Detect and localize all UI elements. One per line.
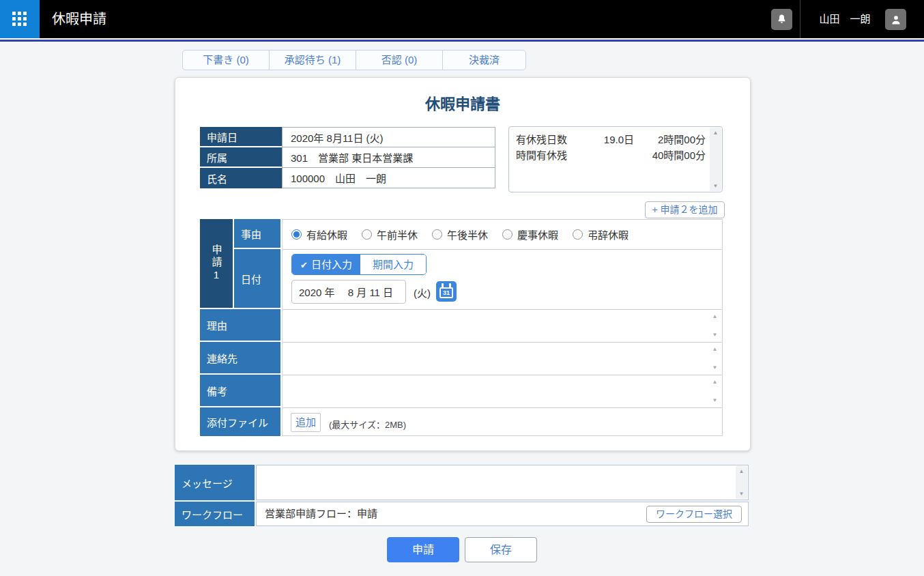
- status-tabbar: 下書き (0) 承認待ち (1) 否認 (0) 決裁済: [182, 50, 526, 70]
- attachment-add-button[interactable]: 追加: [291, 413, 321, 432]
- department-value: 301 営業部 東日本営業課: [282, 147, 495, 168]
- reason-label: 事由: [234, 219, 280, 248]
- scroll-down-icon[interactable]: ▼: [712, 397, 718, 403]
- workflow-row: 営業部申請フロー：申請 ワークフロー選択: [256, 502, 749, 526]
- balance-hours-value: 2時間00分: [634, 132, 706, 147]
- table-row: 所属 301 営業部 東日本営業課: [200, 147, 495, 168]
- leave-request-card: 休暇申請書 申請日 2020年 8月11日 (火) 所属 301 営業部 東日本…: [175, 77, 751, 451]
- action-buttons: 申請 保存: [0, 537, 924, 562]
- attachment-label: 添付ファイル: [200, 407, 280, 436]
- radio-label: 有給休暇: [306, 227, 347, 242]
- scroll-down-icon[interactable]: ▼: [712, 332, 718, 338]
- tab-period-input[interactable]: 期間入力: [360, 255, 426, 274]
- scroll-up-icon[interactable]: ▲: [712, 313, 718, 319]
- hourly-balance-label: 時間有休残: [516, 147, 586, 163]
- leave-balance-rows: 有休残日数 19.0日 2時間00分 時間有休残 40時間00分: [516, 132, 706, 163]
- radio-icon: [432, 229, 442, 240]
- radio-paid-leave[interactable]: 有給休暇: [291, 227, 347, 242]
- why-textarea[interactable]: [283, 310, 709, 341]
- radio-icon: [362, 229, 372, 240]
- scroll-up-icon[interactable]: ▲: [739, 468, 745, 474]
- check-icon: ✔: [300, 260, 308, 270]
- user-profile-button[interactable]: [885, 9, 906, 30]
- tab-approved[interactable]: 決裁済: [442, 51, 525, 70]
- radio-celebration-leave[interactable]: 慶事休暇: [502, 227, 558, 242]
- table-row: 申請日 2020年 8月11日 (火): [200, 127, 495, 147]
- app-header: 休暇申請 山田 一朗: [0, 0, 924, 38]
- remarks-textarea[interactable]: [283, 375, 709, 407]
- leave-balance-panel: 有休残日数 19.0日 2時間00分 時間有休残 40時間00分 ▲ ▼: [508, 126, 723, 192]
- tab-date-input[interactable]: ✔日付入力: [292, 255, 360, 274]
- name-label: 氏名: [200, 168, 282, 188]
- remarks-label: 備考: [200, 375, 280, 406]
- date-label: 日付: [234, 249, 280, 308]
- message-label: メッセージ: [175, 465, 255, 500]
- radio-label: 午前半休: [377, 227, 418, 242]
- request1-content: 有給休暇 午前半休 午後半休 慶事休暇: [282, 219, 723, 436]
- workflow-label: ワークフロー: [175, 502, 255, 526]
- header-divider: [800, 0, 800, 38]
- scroll-down-icon[interactable]: ▼: [713, 183, 719, 189]
- date-mode-toggle: ✔日付入力 期間入力: [291, 254, 427, 275]
- radio-label: 慶事休暇: [517, 227, 558, 242]
- tab-pending-approval[interactable]: 承認待ち (1): [269, 51, 356, 70]
- balance-scrollbar[interactable]: ▲ ▼: [710, 128, 721, 191]
- page: 休暇申請 山田 一朗 下書き (0) 承認待ち (1) 否認 (0) 決裁済 休…: [0, 0, 924, 576]
- radio-icon: [502, 229, 512, 240]
- scroll-up-icon[interactable]: ▲: [712, 346, 718, 352]
- request1-table: 申請1 事由 日付 理由 連絡先 備考 添付ファイル 有給休暇: [200, 219, 723, 436]
- contact-scrollbar[interactable]: ▲ ▼: [710, 346, 719, 371]
- request-date-label: 申請日: [200, 127, 282, 147]
- radio-afternoon-half[interactable]: 午後半休: [432, 227, 488, 242]
- contact-textarea[interactable]: [283, 343, 709, 374]
- tab-rejected[interactable]: 否認 (0): [356, 51, 442, 70]
- request1-group-label: 申請1: [200, 219, 233, 308]
- table-row: 氏名 100000 山田 一朗: [200, 168, 495, 188]
- tab-draft[interactable]: 下書き (0): [183, 51, 269, 70]
- save-button[interactable]: 保存: [465, 537, 537, 562]
- radio-morning-half[interactable]: 午前半休: [362, 227, 418, 242]
- bell-icon: [776, 14, 788, 25]
- applicant-info-table: 申請日 2020年 8月11日 (火) 所属 301 営業部 東日本営業課 氏名…: [200, 127, 495, 188]
- weekday-text: (火): [414, 285, 431, 300]
- workflow-value: 営業部申請フロー：申請: [265, 502, 377, 525]
- user-name: 山田 一朗: [809, 0, 880, 38]
- workflow-select-button[interactable]: ワークフロー選択: [646, 506, 742, 523]
- hourly-balance-days: [586, 147, 634, 163]
- why-scrollbar[interactable]: ▲ ▼: [710, 313, 719, 338]
- row-divider: [283, 249, 722, 250]
- name-value: 100000 山田 一朗: [282, 168, 495, 188]
- remarks-scrollbar[interactable]: ▲ ▼: [710, 379, 719, 403]
- balance-days-label: 有休残日数: [516, 132, 586, 147]
- attachment-size-note: (最大サイズ：2MB): [329, 418, 406, 431]
- radio-icon: [573, 229, 583, 240]
- radio-icon: [291, 229, 302, 240]
- contact-label: 連絡先: [200, 342, 280, 373]
- radio-label: 午後半休: [447, 227, 488, 242]
- apps-grid-icon: [12, 12, 27, 26]
- balance-days-value: 19.0日: [586, 132, 634, 147]
- row-divider: [283, 407, 722, 408]
- scroll-down-icon[interactable]: ▼: [739, 491, 745, 497]
- hourly-balance-value: 40時間00分: [634, 147, 706, 163]
- list-item: 有休残日数 19.0日 2時間00分: [516, 132, 706, 147]
- user-icon: [890, 14, 902, 26]
- department-label: 所属: [200, 147, 282, 168]
- header-accent-line: [0, 40, 924, 42]
- scroll-down-icon[interactable]: ▼: [712, 364, 718, 371]
- message-textarea[interactable]: ▲ ▼: [256, 465, 749, 500]
- notification-button[interactable]: [771, 9, 792, 30]
- add-request2-button[interactable]: + 申請２を追加: [645, 201, 725, 218]
- reason-radio-group: 有給休暇 午前半休 午後半休 慶事休暇: [291, 220, 629, 249]
- date-input[interactable]: [291, 280, 406, 304]
- app-launcher-button[interactable]: [0, 0, 40, 38]
- calendar-picker-button[interactable]: 31: [436, 281, 457, 302]
- form-title: 休暇申請書: [175, 91, 750, 113]
- radio-condolence-leave[interactable]: 弔辞休暇: [573, 227, 629, 242]
- scroll-up-icon[interactable]: ▲: [712, 379, 718, 385]
- why-label: 理由: [200, 309, 280, 341]
- page-title: 休暇申請: [52, 0, 106, 38]
- scroll-up-icon[interactable]: ▲: [713, 130, 719, 136]
- submit-button[interactable]: 申請: [387, 537, 459, 562]
- message-scrollbar[interactable]: ▲ ▼: [736, 466, 747, 499]
